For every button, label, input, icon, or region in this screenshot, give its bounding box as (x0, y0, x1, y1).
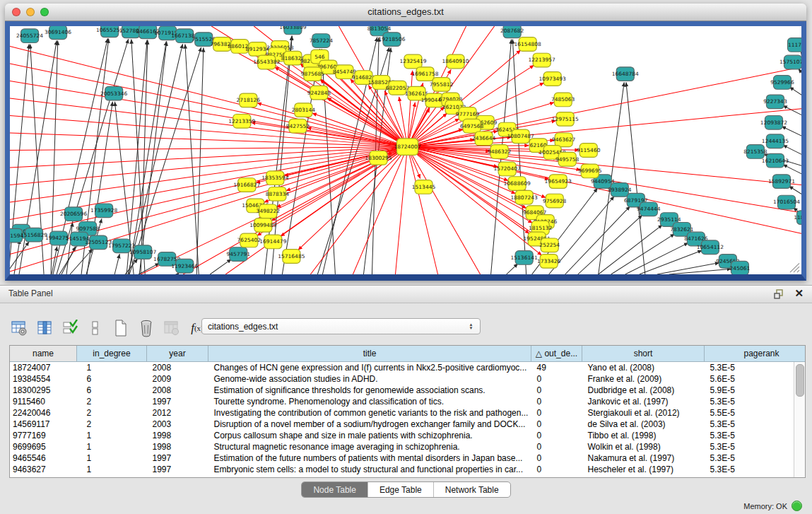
column-chooser-icon[interactable] (35, 319, 54, 337)
table-cell[interactable]: 18300295 (10, 385, 77, 396)
graph-node[interactable]: 9474444 (637, 202, 661, 216)
table-cell[interactable]: 22420046 (10, 407, 77, 419)
table-row[interactable]: 1938455462009Genome-wide association stu… (10, 373, 806, 385)
graph-node[interactable]: 17359928 (90, 204, 117, 218)
table-cell[interactable]: 5.3E-5 (705, 419, 806, 430)
table-cell[interactable]: 0 (531, 452, 582, 464)
table-cell[interactable]: Tibbo et al. (1998) (582, 430, 705, 441)
table-cell[interactable]: 9699695 (10, 441, 77, 452)
delete-column-icon[interactable] (137, 319, 155, 337)
graph-node[interactable]: 8215358 (743, 145, 767, 159)
graph-node[interactable]: 245061 (730, 261, 751, 274)
tab-edge-table[interactable]: Edge Table (367, 482, 433, 497)
table-cell[interactable]: 9115460 (10, 396, 77, 407)
table-cell[interactable]: 1998 (147, 441, 208, 452)
graph-node[interactable]: 1513445 (412, 180, 436, 194)
graph-node[interactable]: 9227343 (763, 95, 787, 109)
table-cell[interactable]: 0 (531, 430, 582, 441)
table-row[interactable]: 1456911722003Disruption of a novel membe… (10, 419, 806, 430)
close-panel-icon[interactable]: ✕ (794, 287, 804, 300)
graph-node[interactable]: 9529966 (770, 76, 794, 90)
table-cell[interactable]: 1 (77, 452, 147, 464)
graph-node[interactable]: 15720407 (494, 162, 521, 176)
graph-node[interactable]: 1733426 (537, 255, 561, 269)
graph-node[interactable]: 8878334 (266, 187, 290, 201)
table-cell[interactable]: Franke et al. (2009) (582, 373, 705, 385)
table-cell[interactable]: Hescheler et al. (1997) (582, 464, 705, 475)
table-row[interactable]: 1830029562008Estimation of significance … (10, 385, 806, 396)
table-cell[interactable]: Investigating the contribution of common… (208, 407, 531, 419)
graph-node[interactable]: 2436644 (472, 132, 496, 146)
table-cell[interactable]: 2 (77, 419, 147, 430)
table-cell[interactable]: 0 (531, 396, 582, 407)
column-header-title[interactable]: title (208, 346, 531, 362)
graph-node[interactable]: 12213359 (228, 115, 255, 129)
graph-node[interactable]: 12213957 (529, 53, 555, 67)
graph-node[interactable]: 20053346 (100, 86, 127, 100)
canvas-resize-grip[interactable] (790, 263, 799, 272)
graph-node[interactable]: 30691406 (45, 26, 71, 40)
table-row[interactable]: 946362711997Embryonic stem cells: a mode… (10, 464, 806, 475)
table-cell[interactable]: 1 (77, 464, 147, 475)
table-select-dropdown[interactable]: citations_edges.txt ▲▼ (201, 318, 481, 334)
graph-node[interactable]: 9756928 (543, 194, 567, 208)
column-header-name[interactable]: name (10, 346, 77, 362)
table-cell[interactable]: de Silva et al. (2003) (582, 419, 705, 430)
table-cell[interactable]: 1 (77, 441, 147, 452)
tab-node-table[interactable]: Node Table (302, 482, 367, 497)
graph-node[interactable]: 9242848 (307, 86, 331, 100)
table-cell[interactable]: Estimation of the future numbers of pati… (208, 452, 531, 464)
graph-node[interactable]: 9115460 (577, 144, 601, 158)
table-cell[interactable]: 0 (531, 419, 582, 430)
graph-node[interactable]: 7485063 (551, 93, 575, 107)
graph-node[interactable]: 19166827 (233, 178, 260, 192)
new-table-icon[interactable] (112, 319, 130, 337)
graph-node[interactable]: 2718126 (237, 93, 261, 107)
table-cell[interactable]: 5.6E-5 (705, 373, 806, 385)
table-cell[interactable]: 19384554 (10, 373, 77, 385)
column-header-in_degree[interactable]: in_degree (77, 346, 147, 362)
graph-node[interactable]: 18724007 (394, 139, 420, 156)
table-cell[interactable]: Nakamura et al. (1997) (582, 452, 705, 464)
table-cell[interactable]: 2 (77, 407, 147, 419)
table-cell[interactable]: Corpus callosum shape and size in male p… (208, 430, 531, 441)
graph-node[interactable]: 15716485 (278, 250, 305, 264)
graph-node[interactable]: 11174 (787, 38, 801, 52)
table-cell[interactable]: 0 (531, 441, 582, 452)
table-cell[interactable]: 5.3E-5 (705, 464, 806, 475)
table-cell[interactable]: Jankovic et al. (1997) (582, 396, 705, 407)
window-titlebar[interactable]: citations_edges.txt (5, 4, 806, 21)
table-cell[interactable]: 5.3E-5 (705, 430, 806, 441)
graph-node[interactable]: 252254 (539, 238, 560, 252)
table-cell[interactable]: Wolkin et al. (1998) (582, 441, 705, 452)
table-cell[interactable]: 1 (77, 430, 147, 441)
table-cell[interactable]: 5.5E-5 (705, 407, 806, 419)
table-cell[interactable]: 0 (531, 385, 582, 396)
table-cell[interactable]: 1998 (147, 430, 208, 441)
table-cell[interactable]: 14569117 (10, 419, 77, 430)
table-cell[interactable]: 1997 (147, 464, 208, 475)
table-panel-header[interactable]: Table Panel ✕ (0, 286, 812, 303)
table-row[interactable]: 977716911998Corpus callosum shape and si… (10, 430, 806, 441)
graph-node[interactable]: 2803144 (292, 103, 316, 117)
table-cell[interactable]: Stergiakouli et al. (2012) (582, 407, 705, 419)
table-cell[interactable]: 5.9E-5 (705, 385, 806, 396)
graph-node[interactable]: 6497568 (460, 119, 484, 133)
graph-node[interactable]: 16033809 (279, 26, 306, 35)
row-height-icon[interactable] (86, 319, 105, 337)
table-cell[interactable]: 6 (77, 385, 147, 396)
table-scrollbar[interactable] (794, 362, 805, 477)
column-header-short[interactable]: short (582, 346, 705, 362)
graph-node[interactable]: 9495758 (555, 152, 579, 166)
column-header-out_de[interactable]: △ out_de... (531, 346, 582, 362)
graph-node[interactable]: 7857224 (310, 34, 334, 48)
table-cell[interactable]: 18724007 (10, 362, 77, 374)
table-cell[interactable]: Estimation of significance thresholds fo… (208, 385, 531, 396)
table-cell[interactable]: 2008 (147, 385, 208, 396)
table-cell[interactable]: 9463627 (10, 464, 77, 475)
table-cell[interactable]: 9465546 (10, 452, 77, 464)
table-cell[interactable]: Yano et al. (2008) (582, 362, 705, 374)
table-cell[interactable]: 2 (77, 396, 147, 407)
graph-node[interactable]: 12325419 (399, 54, 426, 69)
graph-node[interactable]: 9463627 (552, 133, 576, 147)
